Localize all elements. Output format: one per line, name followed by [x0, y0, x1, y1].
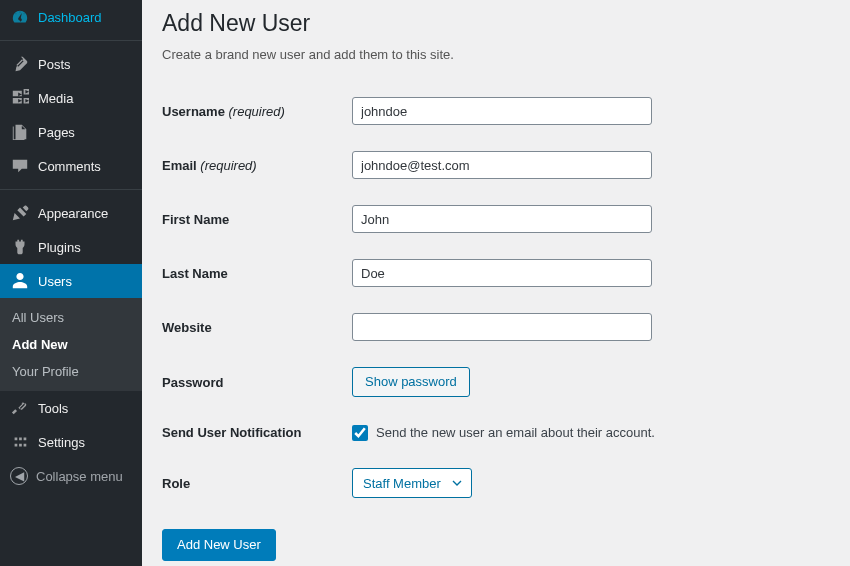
users-submenu: All Users Add New Your Profile: [0, 298, 142, 391]
sidebar-item-pages[interactable]: Pages: [0, 115, 142, 149]
notification-checkbox-label: Send the new user an email about their a…: [376, 425, 655, 440]
sidebar-item-label: Tools: [38, 401, 134, 416]
sidebar-item-posts[interactable]: Posts: [0, 47, 142, 81]
collapse-icon: ◀: [10, 467, 28, 485]
lastname-input[interactable]: [352, 259, 652, 287]
menu-separator: [0, 36, 142, 41]
main-content: Add New User Create a brand new user and…: [142, 0, 850, 566]
page-description: Create a brand new user and add them to …: [162, 47, 830, 62]
sidebar-item-settings[interactable]: Settings: [0, 425, 142, 459]
sidebar-item-dashboard[interactable]: Dashboard: [0, 0, 142, 34]
email-input[interactable]: [352, 151, 652, 179]
role-select[interactable]: Staff Member: [352, 468, 472, 498]
submenu-your-profile[interactable]: Your Profile: [0, 358, 142, 385]
sidebar-item-appearance[interactable]: Appearance: [0, 196, 142, 230]
lastname-label: Last Name: [162, 246, 352, 300]
sidebar-item-media[interactable]: Media: [0, 81, 142, 115]
pages-icon: [10, 122, 30, 142]
user-form: Username (required) Email (required) Fir…: [162, 84, 830, 511]
dashboard-icon: [10, 7, 30, 27]
sidebar-item-label: Pages: [38, 125, 134, 140]
sidebar-item-label: Dashboard: [38, 10, 134, 25]
notification-checkbox[interactable]: [352, 425, 368, 441]
settings-icon: [10, 432, 30, 452]
username-input[interactable]: [352, 97, 652, 125]
admin-sidebar: Dashboard Posts Media Pages Comments App…: [0, 0, 142, 566]
password-label: Password: [162, 354, 352, 410]
sidebar-item-label: Plugins: [38, 240, 134, 255]
menu-separator: [0, 185, 142, 190]
plugins-icon: [10, 237, 30, 257]
sidebar-item-label: Media: [38, 91, 134, 106]
sidebar-item-label: Settings: [38, 435, 134, 450]
collapse-menu[interactable]: ◀ Collapse menu: [0, 459, 142, 493]
submenu-add-new[interactable]: Add New: [0, 331, 142, 358]
sidebar-item-plugins[interactable]: Plugins: [0, 230, 142, 264]
sidebar-item-tools[interactable]: Tools: [0, 391, 142, 425]
username-label: Username (required): [162, 84, 352, 138]
email-label: Email (required): [162, 138, 352, 192]
tools-icon: [10, 398, 30, 418]
sidebar-item-comments[interactable]: Comments: [0, 149, 142, 183]
sidebar-item-label: Posts: [38, 57, 134, 72]
page-title: Add New User: [162, 10, 830, 37]
submenu-all-users[interactable]: All Users: [0, 304, 142, 331]
firstname-input[interactable]: [352, 205, 652, 233]
show-password-button[interactable]: Show password: [352, 367, 470, 397]
collapse-label: Collapse menu: [36, 469, 123, 484]
sidebar-item-users[interactable]: Users: [0, 264, 142, 298]
comments-icon: [10, 156, 30, 176]
posts-icon: [10, 54, 30, 74]
notification-label: Send User Notification: [162, 410, 352, 455]
firstname-label: First Name: [162, 192, 352, 246]
role-label: Role: [162, 455, 352, 511]
media-icon: [10, 88, 30, 108]
appearance-icon: [10, 203, 30, 223]
sidebar-item-label: Comments: [38, 159, 134, 174]
add-user-button[interactable]: Add New User: [162, 529, 276, 561]
sidebar-item-label: Users: [38, 274, 134, 289]
users-icon: [10, 271, 30, 291]
website-label: Website: [162, 300, 352, 354]
sidebar-item-label: Appearance: [38, 206, 134, 221]
website-input[interactable]: [352, 313, 652, 341]
